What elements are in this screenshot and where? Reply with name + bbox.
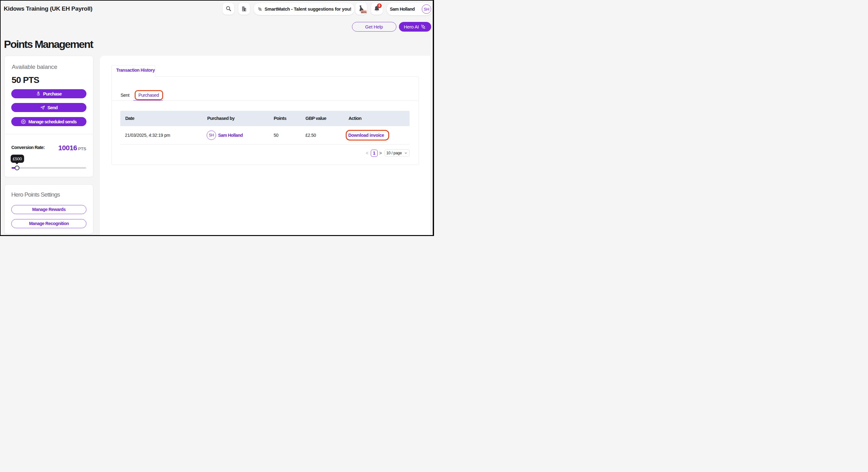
svg-text:$: $	[38, 93, 39, 95]
